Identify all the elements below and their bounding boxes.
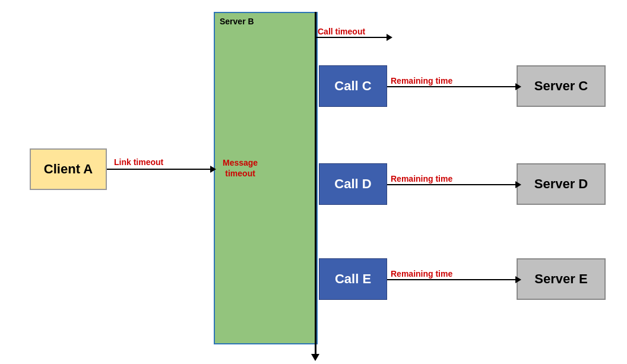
server-c-box: Server C (517, 65, 606, 107)
message-timeout-label: Messagetimeout (223, 157, 258, 179)
remaining-time-c-label: Remaining time (391, 76, 452, 86)
call-e-box: Call E (319, 258, 387, 300)
server-e-box: Server E (517, 258, 606, 300)
call-c-label: Call C (334, 78, 371, 94)
call-c-box: Call C (319, 65, 387, 107)
remaining-time-e-label: Remaining time (391, 269, 452, 278)
server-e-label: Server E (534, 271, 587, 287)
remaining-time-d-label: Remaining time (391, 174, 452, 183)
remaining-time-c-arrow (387, 86, 517, 87)
call-timeout-arrow (316, 37, 388, 38)
server-b-label: Server B (220, 17, 254, 26)
call-e-label: Call E (335, 271, 371, 287)
diagram: Server B Client A Call C Call D Call E S… (0, 0, 627, 364)
client-a-box: Client A (30, 148, 107, 190)
server-d-box: Server D (517, 163, 606, 205)
remaining-time-e-arrow (387, 279, 517, 280)
remaining-time-d-arrow (387, 184, 517, 185)
client-a-label: Client A (44, 162, 93, 177)
link-timeout-label: Link timeout (114, 157, 163, 167)
vertical-timeline (315, 12, 316, 356)
server-d-label: Server D (534, 176, 588, 192)
call-timeout-label: Call timeout (318, 27, 365, 36)
call-d-box: Call D (319, 163, 387, 205)
call-d-label: Call D (334, 176, 371, 192)
link-timeout-arrow (107, 169, 211, 170)
server-c-label: Server C (534, 78, 588, 94)
